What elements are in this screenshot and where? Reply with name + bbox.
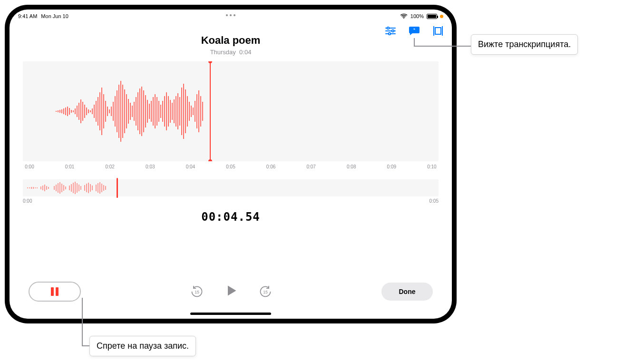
waveform-detail[interactable] <box>23 61 439 161</box>
transcript-icon: ‟ <box>408 26 420 36</box>
ruler-mark: 0:08 <box>345 164 358 173</box>
home-indicator[interactable] <box>190 313 271 315</box>
callout-line <box>414 46 471 47</box>
callout-line <box>82 345 89 346</box>
svg-rect-7 <box>435 28 441 34</box>
skip-back-15-button[interactable]: 15 <box>190 285 204 298</box>
recording-subtitle: Thursday 0:04 <box>10 49 452 56</box>
status-bar: 9:41 AM Mon Jun 10 100% <box>10 10 452 21</box>
ruler-mark: 0:07 <box>304 164 318 173</box>
trim-button[interactable] <box>432 26 444 36</box>
waveform-overview[interactable] <box>23 179 439 196</box>
ruler-mark: 0:01 <box>63 164 77 173</box>
ruler-mark: 0:03 <box>144 164 157 173</box>
elapsed-time: 00:04.54 <box>10 210 452 224</box>
done-button[interactable]: Done <box>381 283 433 301</box>
trim-icon <box>432 26 444 36</box>
ipad-frame: 9:41 AM Mon Jun 10 100% ‟ <box>5 5 457 323</box>
svg-text:15: 15 <box>263 290 268 294</box>
sliders-icon <box>385 27 396 35</box>
ruler-mark: 0:05 <box>224 164 237 173</box>
playhead-detail[interactable] <box>210 61 211 161</box>
play-button[interactable] <box>224 284 238 299</box>
skip-forward-15-button[interactable]: 15 <box>259 285 272 298</box>
callout-pause: Спрете на пауза запис. <box>89 336 196 356</box>
ruler-mark: 0:09 <box>385 164 398 173</box>
callout-line <box>414 38 415 46</box>
playback-settings-button[interactable] <box>384 26 397 36</box>
pause-icon <box>51 287 59 296</box>
callout-line <box>82 298 83 336</box>
controls-row: 15 15 Done <box>10 282 452 302</box>
mic-in-use-icon <box>440 15 443 18</box>
svg-text:‟: ‟ <box>413 28 415 32</box>
transcript-button[interactable]: ‟ <box>408 26 420 36</box>
callout-line <box>82 336 83 346</box>
svg-point-5 <box>389 33 390 35</box>
svg-text:15: 15 <box>195 290 199 294</box>
multitask-dots-icon[interactable] <box>226 14 235 16</box>
time-ruler: 0:000:010:020:030:040:050:060:070:080:09… <box>23 161 439 173</box>
svg-point-4 <box>392 30 394 32</box>
ruler-mark: 0:02 <box>103 164 117 173</box>
ruler-mark: 0:06 <box>264 164 278 173</box>
recording-header: Koala poem Thursday 0:04 <box>10 34 452 56</box>
callout-transcript: Вижте транскрипцията. <box>471 34 578 55</box>
wifi-icon <box>400 13 408 19</box>
status-time: 9:41 AM <box>18 13 37 19</box>
playhead-overview[interactable] <box>117 178 118 198</box>
ruler-mark: 0:00 <box>23 164 36 173</box>
svg-point-3 <box>387 27 389 29</box>
top-actions: ‟ <box>384 26 444 36</box>
screen: 9:41 AM Mon Jun 10 100% ‟ <box>10 10 452 319</box>
pause-record-button[interactable] <box>29 282 81 302</box>
transport-controls: 15 15 <box>190 284 272 299</box>
ruler-mark: 0:04 <box>184 164 197 173</box>
status-date: Mon Jun 10 <box>41 13 68 19</box>
battery-icon <box>427 14 437 19</box>
overview-ruler: 0:00 0:05 <box>23 198 439 204</box>
battery-text: 100% <box>410 13 424 19</box>
ruler-mark: 0:10 <box>425 164 439 173</box>
